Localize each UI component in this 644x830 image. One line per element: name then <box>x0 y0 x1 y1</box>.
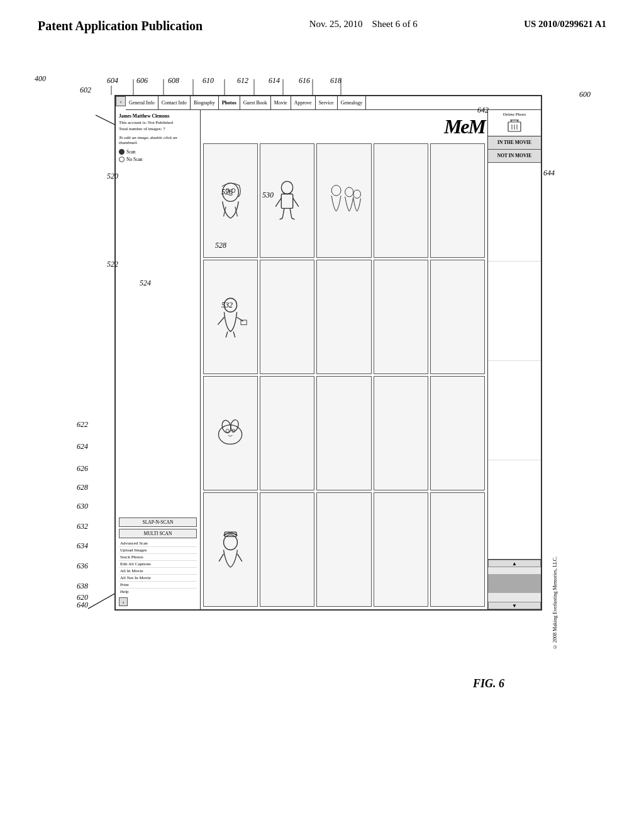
stock-photos-item[interactable]: Stock Photos <box>119 554 197 561</box>
thumb-cell-14[interactable] <box>374 376 428 490</box>
thumb-cell-20[interactable] <box>430 492 485 607</box>
scan-radio[interactable] <box>119 149 125 155</box>
svg-line-32 <box>218 317 224 324</box>
mem-logo-row: MeM <box>203 113 485 141</box>
svg-line-45 <box>238 553 242 561</box>
edit-hint: To edit an image, double click on thumbn… <box>119 135 197 145</box>
ui-window: ‹ General Info Contact Info Biography Ph… <box>114 95 542 611</box>
svg-point-40 <box>226 429 229 433</box>
tab-approve[interactable]: Approve <box>291 96 316 109</box>
tab-contact-info[interactable]: Contact Info <box>158 96 191 109</box>
ref-608: 608 <box>168 76 179 86</box>
ref-532-label: 532 <box>221 301 233 310</box>
patent-number: US 2010/0299621 A1 <box>524 19 606 30</box>
ref-616: 616 <box>299 76 310 86</box>
advanced-scan-item[interactable]: Advanced Scan <box>119 540 197 547</box>
thumb-cell-532[interactable] <box>260 260 314 374</box>
thumb-cell-19[interactable] <box>374 492 428 607</box>
copyright-label: © 2008 Making Everlasting Memories, LLC. <box>552 556 558 650</box>
right-panel: Delete Photo IN THE MOV <box>487 110 541 609</box>
delete-photo-label: Delete Photo <box>490 112 539 117</box>
no-scan-option: No Scan <box>119 157 197 162</box>
thumb-cell-8[interactable] <box>316 260 371 374</box>
ref-636-label: 636 <box>77 562 88 571</box>
main-content: James Matthew Clemons This account is: N… <box>116 110 541 609</box>
thumb-cell-11[interactable] <box>203 376 258 490</box>
upload-images-item[interactable]: Upload Images <box>119 547 197 554</box>
right-scrollbar: ▲ ▼ <box>488 559 541 609</box>
thumb-hat-16 <box>213 529 248 570</box>
thumb-cell-1[interactable] <box>203 143 258 258</box>
right-empty-cells <box>488 163 541 560</box>
in-movie-btn[interactable]: IN THE MOVIE <box>488 136 541 150</box>
tab-movie[interactable]: Movie <box>271 96 291 109</box>
ref-612: 612 <box>237 76 248 86</box>
thumb-cell-9[interactable] <box>374 260 428 374</box>
help-item[interactable]: Help <box>119 589 197 595</box>
tab-biography[interactable]: Biography <box>191 96 219 109</box>
svg-point-28 <box>331 185 341 196</box>
tab-service[interactable]: Service <box>316 96 338 109</box>
mem-logo: MeM <box>444 115 485 138</box>
all-in-movie-item[interactable]: All In Movie <box>119 568 197 575</box>
thumb-cell-4[interactable] <box>374 143 428 258</box>
left-panel: James Matthew Clemons This account is: N… <box>116 110 201 609</box>
patent-header: Patent Application Publication Nov. 25, … <box>0 0 644 40</box>
thumb-cell-18[interactable] <box>316 492 371 607</box>
thumb-cell-12[interactable] <box>260 376 314 490</box>
print-item[interactable]: Print <box>119 582 197 589</box>
tab-genealogy[interactable]: Genealogy <box>338 96 367 109</box>
svg-line-22 <box>275 197 281 206</box>
ref-624-label: 624 <box>77 442 88 451</box>
no-scan-radio[interactable] <box>119 157 125 162</box>
thumb-cell-13[interactable] <box>316 376 371 490</box>
ref-600: 600 <box>579 90 591 99</box>
svg-point-42 <box>224 534 238 550</box>
right-cell-2 <box>488 262 541 361</box>
thumb-cell-17[interactable] <box>260 492 314 607</box>
thumb-cell-6[interactable] <box>203 260 258 374</box>
svg-line-27 <box>292 218 295 219</box>
right-cell-1 <box>488 163 541 262</box>
ref-604: 604 <box>107 76 118 86</box>
ref-522-label: 522 <box>107 260 118 269</box>
delete-area: Delete Photo <box>488 110 541 136</box>
ref-614: 614 <box>269 76 280 86</box>
patent-sheet: Sheet 6 of 6 <box>372 19 418 29</box>
ref-528-label: 528 <box>215 241 226 250</box>
multi-scan-btn[interactable]: MULTI SCAN <box>119 529 197 538</box>
scroll-left[interactable]: ‹ <box>116 96 126 106</box>
thumb-pet-11 <box>213 414 248 452</box>
svg-line-33 <box>237 317 243 321</box>
thumb-cell-16[interactable] <box>203 492 258 607</box>
scroll-up-btn[interactable]: ▲ <box>488 560 541 567</box>
svg-point-29 <box>345 187 353 196</box>
thumb-cell-15[interactable] <box>430 376 485 490</box>
scroll-down-btn[interactable]: ▼ <box>488 602 541 609</box>
tab-photos[interactable]: Photos <box>219 96 240 109</box>
thumb-cell-2[interactable] <box>260 143 314 258</box>
svg-rect-21 <box>282 194 293 208</box>
svg-line-24 <box>282 208 284 218</box>
no-scan-label: No Scan <box>126 157 143 162</box>
not-in-movie-btn[interactable]: NOT IN MOVIE <box>488 150 541 163</box>
ref-638-label: 638 <box>77 582 88 591</box>
account-status: This account is: Not Published <box>119 120 197 125</box>
fig-label: FIG. 6 <box>473 677 504 690</box>
right-cell-3 <box>488 361 541 460</box>
tab-guest-book[interactable]: Guest Book <box>240 96 271 109</box>
thumb-cell-3[interactable] <box>316 143 371 258</box>
slap-n-scan-btn[interactable]: SLAP-N-SCAN <box>119 517 197 527</box>
ref-622-label: 622 <box>77 420 88 429</box>
account-name: James Matthew Clemons <box>119 113 197 119</box>
thumb-cell-10[interactable] <box>430 260 485 374</box>
scan-option: Scan <box>119 149 197 155</box>
svg-line-26 <box>280 218 283 219</box>
thumb-cell-5[interactable] <box>430 143 485 258</box>
scroll-down-left[interactable]: ‹ <box>119 597 128 606</box>
all-not-in-movie-item[interactable]: All Not In Movie <box>119 575 197 582</box>
tab-general-info[interactable]: General Info <box>126 96 158 109</box>
scroll-thumb[interactable] <box>488 574 541 593</box>
svg-line-35 <box>226 331 228 337</box>
edit-all-captions-item[interactable]: Edit All Captions <box>119 561 197 568</box>
